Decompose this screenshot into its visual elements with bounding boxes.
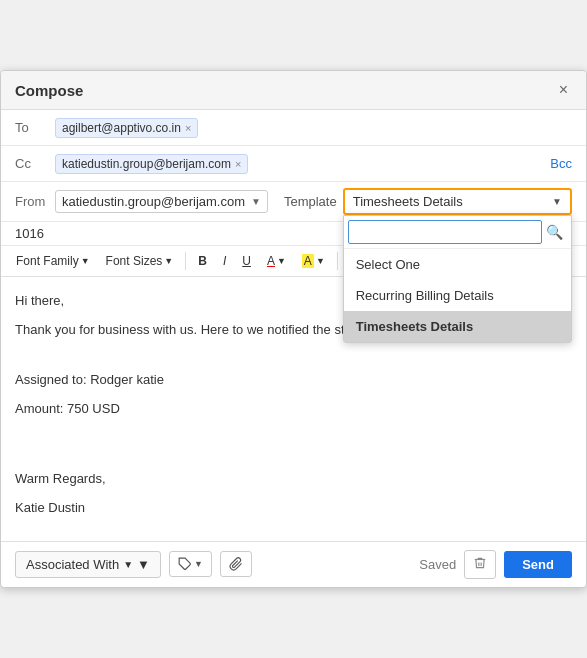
assign-label: Assigned to: Rodger katie <box>15 370 572 391</box>
template-selected-value: Timesheets Details <box>353 194 463 209</box>
to-label: To <box>15 120 55 135</box>
format-group: B I U A ▼ A ▼ <box>191 250 332 272</box>
underline-button[interactable]: U <box>235 250 258 272</box>
template-arrow: ▼ <box>552 196 562 207</box>
template-search-row: 🔍 <box>344 216 571 249</box>
associated-with-button[interactable]: Associated With ▼ ▼ <box>15 551 161 578</box>
amount-label: Amount: 750 USD <box>15 399 572 420</box>
font-family-button[interactable]: Font Family ▼ <box>9 250 97 272</box>
compose-header: Compose × <box>1 71 586 110</box>
saved-label: Saved <box>419 557 456 572</box>
cc-field: Cc katiedustin.group@berijam.com × Bcc <box>1 146 586 182</box>
from-label: From <box>15 194 55 209</box>
template-option-recurring[interactable]: Recurring Billing Details <box>344 280 571 311</box>
template-option-timesheets[interactable]: Timesheets Details <box>344 311 571 342</box>
template-option-select-one[interactable]: Select One <box>344 249 571 280</box>
bg-color-button[interactable]: A ▼ <box>295 250 332 272</box>
toolbar-sep-2 <box>337 252 338 270</box>
to-chip-close[interactable]: × <box>185 122 191 134</box>
from-row: From katiedustin.group@berijam.com ▼ Tem… <box>1 182 586 222</box>
compose-window: Compose × To agilbert@apptivo.co.in × Cc… <box>0 70 587 587</box>
bold-button[interactable]: B <box>191 250 214 272</box>
compose-footer: Associated With ▼ ▼ ▼ Saved Send <box>1 541 586 587</box>
bg-color-label: A <box>302 254 314 268</box>
to-chip[interactable]: agilbert@apptivo.co.in × <box>55 118 198 138</box>
template-dropdown: Timesheets Details ▼ 🔍 Select One Recurr… <box>343 188 572 215</box>
cc-label: Cc <box>15 156 55 171</box>
id-value: 1016 <box>15 226 44 241</box>
cc-input-area: katiedustin.group@berijam.com × <box>55 154 550 174</box>
toolbar-sep-1 <box>185 252 186 270</box>
to-field: To agilbert@apptivo.co.in × <box>1 110 586 146</box>
template-label: Template <box>284 194 337 209</box>
template-dropdown-panel: 🔍 Select One Recurring Billing Details T… <box>343 215 572 343</box>
font-family-label: Font Family <box>16 254 79 268</box>
font-family-group: Font Family ▼ Font Sizes ▼ <box>9 250 180 272</box>
font-color-arrow: ▼ <box>277 256 286 266</box>
bg-color-arrow: ▼ <box>316 256 325 266</box>
from-select[interactable]: katiedustin.group@berijam.com ▼ <box>55 190 268 213</box>
cc-chip-close[interactable]: × <box>235 158 241 170</box>
font-color-label: A <box>267 254 275 268</box>
close-button[interactable]: × <box>555 81 572 99</box>
delete-button[interactable] <box>464 550 496 579</box>
cc-email: katiedustin.group@berijam.com <box>62 157 231 171</box>
font-color-button[interactable]: A ▼ <box>260 250 293 272</box>
signature-name: Katie Dustin <box>15 498 572 519</box>
template-search-button[interactable]: 🔍 <box>542 224 567 240</box>
font-sizes-button[interactable]: Font Sizes ▼ <box>99 250 181 272</box>
tag-button[interactable]: ▼ <box>169 551 212 577</box>
associated-with-label: Associated With <box>26 557 119 572</box>
send-button[interactable]: Send <box>504 551 572 578</box>
template-select-button[interactable]: Timesheets Details ▼ <box>343 188 572 215</box>
associated-with-arrow: ▼ <box>123 559 133 570</box>
signature-warm: Warm Regards, <box>15 469 572 490</box>
to-email: agilbert@apptivo.co.in <box>62 121 181 135</box>
template-search-input[interactable] <box>348 220 542 244</box>
compose-title: Compose <box>15 82 83 99</box>
tag-arrow: ▼ <box>194 559 203 569</box>
font-sizes-arrow: ▼ <box>164 256 173 266</box>
cc-chip[interactable]: katiedustin.group@berijam.com × <box>55 154 248 174</box>
italic-button[interactable]: I <box>216 250 233 272</box>
attach-button[interactable] <box>220 551 252 577</box>
from-dropdown-arrow: ▼ <box>251 196 261 207</box>
font-family-arrow: ▼ <box>81 256 90 266</box>
to-input-area: agilbert@apptivo.co.in × <box>55 118 572 138</box>
bcc-link[interactable]: Bcc <box>550 156 572 171</box>
from-address: katiedustin.group@berijam.com <box>62 194 245 209</box>
font-sizes-label: Font Sizes <box>106 254 163 268</box>
